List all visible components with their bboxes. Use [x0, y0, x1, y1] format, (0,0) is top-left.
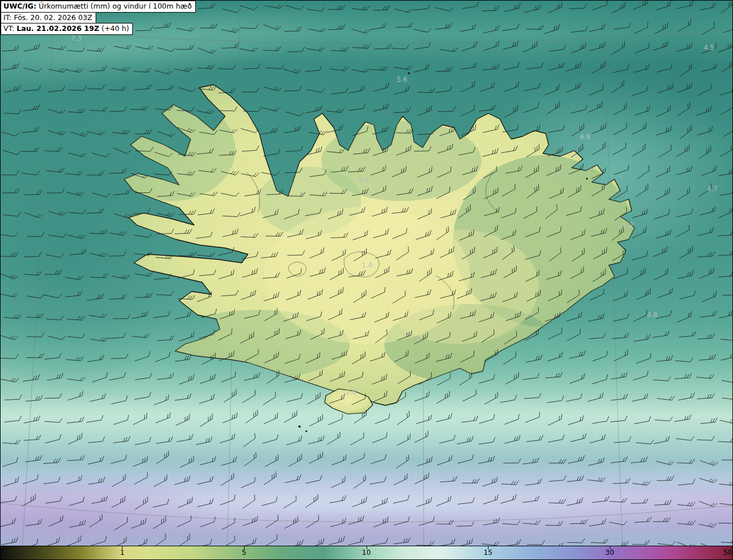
colorbar-tick-mark	[732, 546, 732, 549]
valid-time-offset: (+40 h)	[99, 24, 129, 33]
colorbar-tick-label: 30	[605, 549, 614, 557]
contour-value-label: 6.2	[623, 221, 633, 229]
valid-time: VT: Lau. 21.02.2026 19Z (+40 h)	[1, 23, 133, 35]
colorbar-tick-label: 50	[723, 549, 732, 557]
colorbar-tick-label: 15	[484, 549, 492, 557]
contour-value-label: 2.4	[555, 172, 566, 180]
colorbar-tick-label: 5	[242, 549, 246, 557]
contour-value-label: 3.4	[358, 176, 369, 184]
weather-map-app: 7.35.64.56.82.44.76.24.83.41.42.6 UWC/IG…	[0, 0, 733, 560]
contour-value-label: 1.4	[362, 261, 372, 269]
contour-value-label: 6.8	[580, 133, 590, 141]
contour-value-label: 5.6	[397, 76, 407, 84]
init-time: IT: Fös. 20. 02. 2026 03Z	[1, 12, 96, 24]
colorbar-tick-label: 10	[362, 549, 371, 557]
contour-value-label: 7.3	[71, 34, 81, 42]
contour-value-label: 4.7	[707, 185, 718, 193]
map-title-text: Úrkomumætti (mm) og vindur í 100m hæð	[37, 2, 192, 10]
contour-value-label: 4.8	[647, 311, 657, 319]
map-title: UWC/IG: Úrkomumætti (mm) og vindur í 100…	[1, 1, 196, 13]
colorbar-tick-label: 1	[120, 549, 125, 557]
map-title-box: UWC/IG: Úrkomumætti (mm) og vindur í 100…	[1, 1, 196, 35]
weather-map: 7.35.64.56.82.44.76.24.83.41.42.6	[1, 1, 733, 547]
contour-value-label: 4.5	[704, 44, 714, 52]
contour-value-label: 2.6	[346, 388, 356, 396]
model-name: UWC/IG:	[3, 2, 37, 10]
precipitation-colorbar: 1510153050	[1, 546, 733, 559]
valid-time-date: Lau. 21.02.2026 19Z	[17, 24, 99, 33]
